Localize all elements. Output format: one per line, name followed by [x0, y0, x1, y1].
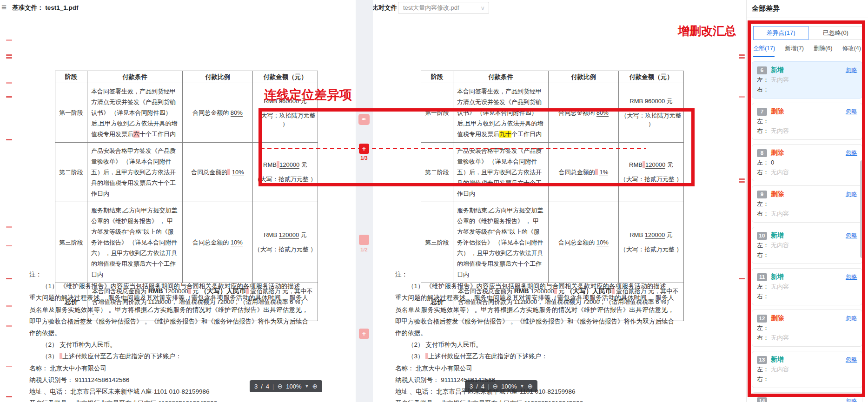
tab-diff-points[interactable]: 差异点(17) — [753, 26, 808, 40]
diff-item-card[interactable]: 12删除忽略左：右：无内容 — [752, 310, 862, 347]
diff-item-card[interactable]: 10新增忽略左：无内容右： — [752, 227, 862, 264]
account-name-line: 名称： 北京大中小有限公司 — [29, 362, 308, 374]
account-bank-line: 开户行及账号： 北京银行北京昌平东小口支行 11088851012345802 — [29, 397, 308, 402]
compare-document-page: 阶段付款条件付款比例付款金额（元）第一阶段本合同签署生效，产品到货经甲方清点无误… — [373, 15, 746, 402]
diff-position-marker — [6, 54, 12, 56]
filter-modified[interactable]: 修改(4) — [842, 45, 861, 53]
zoom-out-icon[interactable]: ⊖ — [277, 382, 283, 390]
zoom-level-dropdown-icon[interactable]: ▼ — [520, 384, 524, 389]
diff-item-header: 8删除忽略 — [757, 148, 857, 158]
ignore-link[interactable]: 忽略 — [846, 315, 857, 323]
note-paragraph: （3） 上述付款应付至乙方在此指定的下述账户： — [29, 350, 308, 362]
left-label: 左： — [757, 283, 769, 290]
diff-item-card[interactable]: 14忽略左：右： — [752, 392, 862, 402]
stage-cell: 第一阶段 — [421, 83, 453, 143]
doc-text: 10% — [232, 169, 244, 176]
stage-cell: 第二阶段 — [421, 143, 453, 202]
diff-item-type: 删除 — [771, 107, 784, 116]
ignore-link[interactable]: 忽略 — [846, 66, 857, 74]
ignore-link[interactable]: 忽略 — [846, 273, 857, 281]
diff-item-card[interactable]: 7删除忽略左：右：无内容 — [752, 103, 862, 140]
diff-right-value: 右：无内容 — [757, 333, 857, 343]
doc-text: 120000 — [279, 161, 299, 169]
page-separator: / — [261, 383, 263, 390]
ignore-link[interactable]: 忽略 — [846, 397, 857, 402]
note-paragraph: （1） 《维护服务报告》内容应当包括服务期间的与合同相关条款对应的各项服务活动的… — [29, 280, 308, 339]
note-title: 注： — [395, 269, 674, 280]
compare-file-select[interactable]: test大量内容修改.pdf ∨ — [398, 2, 489, 14]
diff-item-card[interactable]: 11新增忽略左：无内容右： — [752, 268, 862, 305]
doc-text: 10% — [596, 239, 609, 246]
table-row: 第一阶段本合同签署生效，产品到货经甲方清点无误并签发《产品到货确认书》 （详见本… — [421, 83, 684, 143]
diff-item-card[interactable]: 13新增忽略左：无内容右： — [752, 351, 862, 388]
ignore-link[interactable]: 忽略 — [846, 149, 857, 157]
right-label: 右： — [757, 210, 769, 217]
diff-position-marker — [6, 40, 12, 41]
diff-position-marker — [6, 96, 12, 98]
account-bank-line: 开户行及账号： 北京银行北京昌平东小口支行 11088851012345802 — [395, 397, 674, 402]
diff-locator-add-button[interactable]: + — [359, 144, 369, 154]
filter-added[interactable]: 新增(7) — [785, 45, 804, 53]
diff-position-marker — [6, 82, 12, 84]
doc-text: 120000 — [279, 231, 299, 239]
diff-item-badge: 14 — [757, 397, 767, 402]
diff-left-value: 左：无内容 — [757, 75, 857, 85]
annotate-pen-icon[interactable]: ✒ — [358, 114, 370, 125]
diff-item-type: 新增 — [771, 231, 784, 240]
right-value: 无内容 — [771, 334, 789, 341]
ignore-link[interactable]: 忽略 — [846, 356, 857, 364]
diff-item-badge: 10 — [757, 232, 767, 240]
tab-ignored[interactable]: 已忽略(0) — [808, 26, 863, 40]
diff-item-card[interactable]: 6新增忽略左：无内容右： — [752, 61, 862, 99]
left-value: 0 — [771, 159, 774, 166]
diff-locator-remove-button[interactable]: ─ — [359, 235, 369, 245]
left-label: 左： — [757, 366, 769, 373]
base-file-name: test1_1.pdf — [45, 4, 78, 11]
filter-all[interactable]: 全部(17) — [753, 45, 775, 53]
filter-deleted[interactable]: 删除(6) — [814, 45, 832, 53]
diff-item-card[interactable]: 8删除忽略左：0右：无内容 — [752, 144, 862, 181]
table-row: 第二阶段产品安装合格甲方签发《产品质量验收单》 （详见本合同附件五）后，且甲方收… — [55, 143, 318, 202]
amount-caps: （大写：玖拾陆万元整 ） — [619, 112, 683, 128]
right-viewer-toolbar: 3 / 4 | ⊖ 100% ▼ ⊕ — [465, 380, 537, 392]
diff-item-type: 删除 — [771, 314, 784, 323]
base-file-label: 基准文件： test1_1.pdf — [12, 4, 79, 12]
left-viewer-toolbar: 3 / 4 | ⊖ 100% ▼ ⊕ — [250, 380, 322, 392]
hamburger-menu-icon[interactable]: ≡ — [1, 2, 7, 13]
ignore-link[interactable]: 忽略 — [846, 232, 857, 240]
diff-position-indicator: 1/3 — [357, 155, 371, 161]
left-value: 无内容 — [771, 242, 789, 249]
table-header-row: 阶段付款条件付款比例付款金额（元） — [421, 71, 684, 83]
note-paragraph: （2） 支付币种为人民币。 — [395, 339, 674, 350]
zoom-in-icon[interactable]: ⊕ — [527, 382, 533, 390]
zoom-in-icon[interactable]: ⊕ — [312, 382, 318, 390]
toolbar-divider: | — [272, 383, 274, 390]
column-header: 付款比例 — [549, 71, 619, 83]
diff-left-value: 左：无内容 — [757, 364, 857, 374]
panel-scrollbar[interactable] — [860, 160, 864, 258]
zoom-level-dropdown-icon[interactable]: ▼ — [305, 384, 309, 389]
diff-position-marker — [6, 396, 12, 397]
ignore-link[interactable]: 忽略 — [846, 191, 857, 198]
ignore-link[interactable]: 忽略 — [846, 108, 857, 116]
ratio-cell: 合同总金额的 80% — [183, 83, 253, 143]
ratio-cell: 合同总金额的 1% — [549, 143, 619, 202]
ratio-cell: 合同总金额的 10% — [183, 143, 253, 202]
diff-item-badge: 8 — [757, 149, 767, 157]
zoom-out-icon[interactable]: ⊖ — [492, 382, 498, 390]
current-page: 3 — [254, 383, 258, 390]
diff-right-value: 右：无内容 — [757, 126, 857, 136]
added-text-highlight: 九十 — [499, 131, 511, 138]
amount-line: RMB120000 元 — [619, 161, 683, 169]
right-label: 右： — [757, 86, 769, 93]
diff-left-value: 左： — [757, 199, 857, 209]
amount-line: RMB 120000 元 — [619, 231, 683, 239]
diff-item-header: 12删除忽略 — [757, 314, 857, 323]
left-label: 左： — [757, 200, 769, 207]
diff-item-card[interactable]: 9删除忽略左：右：无内容 — [752, 185, 862, 223]
right-value: 无内容 — [771, 127, 789, 134]
condition-cell: 产品安装合格甲方签发《产品质量验收单》 （详见本合同附件五）后，且甲方收到乙方依… — [453, 143, 549, 202]
diff-locator-add-button-2[interactable]: + — [359, 329, 369, 339]
diff-position-marker — [6, 57, 12, 59]
right-label: 右： — [757, 376, 769, 382]
